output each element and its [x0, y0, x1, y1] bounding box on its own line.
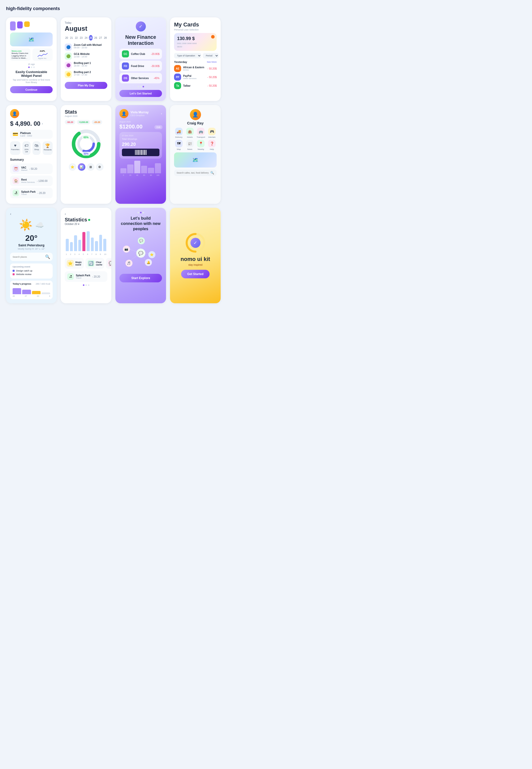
pp-icon: PP	[174, 74, 181, 81]
upcoming-event-title: Upcoming event	[13, 265, 50, 268]
see-more-link[interactable]: See More	[207, 61, 217, 63]
card-social: Let's build connection with new peoples …	[115, 208, 166, 303]
stats-icon-settings[interactable]: ⚙	[96, 163, 104, 171]
finance-check-icon: ✓	[136, 21, 146, 31]
app-news[interactable]: 📰 News	[185, 140, 195, 150]
app-intertain[interactable]: 🎮 Intertain	[207, 128, 217, 138]
event-brief2-info: Breifing part 2 17:00 - 17:30	[74, 71, 91, 76]
event-design: Design catch up	[13, 270, 50, 272]
edit-button[interactable]: Edit	[154, 125, 162, 129]
plan-my-day-button[interactable]: Plan My Day	[65, 82, 107, 89]
cal-date-25[interactable]: 25	[89, 35, 93, 41]
card-finance: ✓ New Finance Interaction CC Coffee Club…	[115, 17, 166, 101]
splash-park-info: Splash Park Travel	[76, 274, 90, 279]
platinum-row: 💳 Platinum Card - 3302	[10, 130, 53, 139]
vac-amount: - 50.20	[29, 168, 37, 170]
platinum-info: Platinum Card - 3302	[20, 132, 32, 137]
weather-back-button[interactable]: ‹	[10, 212, 53, 216]
social-node-1: 💬	[138, 237, 145, 244]
temperature: 20°	[10, 233, 53, 243]
help-icon: ❓	[208, 140, 216, 147]
balance-chevron-icon[interactable]: ›	[42, 122, 43, 125]
food-name: Food Drive	[131, 65, 149, 68]
today-label: Today	[65, 21, 107, 24]
cal-date-22[interactable]: 22	[74, 35, 78, 41]
get-started-button[interactable]: Get Started	[181, 270, 210, 278]
cal-date-26[interactable]: 26	[94, 35, 97, 41]
chart-labels: 0 20 40 60 80 100	[119, 174, 162, 176]
search-input[interactable]	[177, 172, 209, 174]
stats-icon-grid[interactable]: ⊞	[87, 163, 94, 171]
city-name: Saint Petersburg	[10, 243, 53, 247]
profile-chevron-icon[interactable]: ›	[161, 112, 162, 115]
fd-icon: FD	[122, 62, 129, 70]
app-nearby[interactable]: 📍 Nearby	[196, 140, 206, 150]
vac-cat: Market	[21, 169, 27, 171]
card-stats: Stats August 2020 -50.20 +1200.00 -20.20…	[61, 105, 111, 204]
cal-date-24[interactable]: 24	[84, 35, 88, 41]
discount-icon: 🏷	[23, 143, 29, 148]
period-label: October 20	[65, 223, 77, 225]
main-grid: News.com Beauty Chains Are Lagging When …	[6, 17, 221, 303]
operation-select[interactable]: Type of Operation	[174, 53, 201, 58]
calendar-dates: 20 21 22 23 24 25 26 27 28	[65, 35, 107, 41]
cal-date-28[interactable]: 28	[104, 35, 107, 41]
period-select[interactable]: Period	[203, 53, 219, 58]
craig-name: Craig Ray	[174, 121, 217, 125]
brief1-time: 16:00 - 16:30	[74, 64, 91, 67]
cal-date-27[interactable]: 27	[99, 35, 103, 41]
statistics-bar-chart	[65, 228, 107, 251]
stats-icon-star[interactable]: ⭐	[69, 163, 76, 171]
yesterday-label: Yesterday	[174, 60, 187, 63]
txn-ta: Ta Talbar - 50.20$	[174, 82, 217, 89]
vac-info: VAC Market	[21, 166, 27, 171]
bar-violet	[17, 21, 23, 28]
si-cache-info: Clear cache	[96, 261, 103, 266]
map-area: 🗺️	[174, 152, 217, 168]
sbar-9	[99, 235, 102, 251]
sbar-3	[74, 235, 77, 251]
statistics-title: Statistics	[65, 217, 107, 223]
app-help[interactable]: ❓ Help	[207, 140, 217, 150]
app-transport[interactable]: 🚌 Transport	[196, 128, 206, 138]
fdot-1	[138, 86, 139, 87]
mini-chart	[38, 52, 48, 57]
action-rewards[interactable]: 🏆 Rewards	[43, 141, 53, 155]
period-chevron-icon[interactable]: ▾	[78, 223, 79, 225]
gcw-time: 13:00 - 14:00	[74, 55, 90, 58]
bnum-9: 9	[100, 253, 101, 255]
cal-date-23[interactable]: 23	[79, 35, 83, 41]
cal-date-21[interactable]: 21	[70, 35, 73, 41]
stats-chips: -50.20 +1200.00 -20.20	[65, 120, 107, 124]
sdot-2	[85, 284, 87, 286]
app-map[interactable]: 🗺 Map	[174, 140, 184, 150]
bnum-6: 6	[87, 253, 88, 255]
cal-date-20[interactable]: 20	[65, 35, 69, 41]
bnum-7: 7	[91, 253, 92, 255]
user-avatar: 👤	[10, 109, 19, 118]
action-favorites[interactable]: ♥ Favorites	[10, 141, 20, 155]
pp-name: PayPal	[183, 75, 196, 77]
website-text: Website review	[16, 273, 31, 276]
craig-avatar: 👤	[190, 109, 201, 120]
lets-get-started-button[interactable]: Let's Get Started	[119, 90, 162, 97]
profile-role: CEO Dropbox	[130, 114, 149, 117]
event-zoom-info: Zoom Call with Michael 09:00 - 10:00	[74, 44, 102, 49]
stats-icon-chart[interactable]: 📊	[78, 163, 85, 171]
social-node-2: 📷	[123, 246, 130, 253]
statistics-back-button[interactable]: ‹	[65, 212, 107, 216]
ta-info: Talbar	[183, 84, 190, 87]
platinum-card-no: Card - 3302	[20, 135, 32, 137]
place-search-input[interactable]	[13, 256, 44, 258]
start-explore-button[interactable]: Start Explore	[119, 274, 162, 282]
continue-button[interactable]: Continue	[10, 86, 53, 93]
weather-search-icon: 🔍	[45, 254, 50, 259]
card-balance: 👤 $ 4,890. 00 › 💳 Platinum Card - 3302 ♥…	[6, 105, 57, 204]
app-delivery[interactable]: 🚚 Delivery	[174, 128, 184, 138]
app-hotels[interactable]: 🏨 Hotels	[185, 128, 195, 138]
stats-dot-green	[88, 219, 90, 221]
app-grid: 🚚 Delivery 🏨 Hotels 🚌 Transport 🎮 Intert…	[174, 128, 217, 150]
social-node-5: 🔔	[145, 259, 152, 266]
action-discount[interactable]: 🏷 20% Off	[22, 141, 30, 155]
action-shop[interactable]: 🛍 Shop	[32, 141, 41, 155]
